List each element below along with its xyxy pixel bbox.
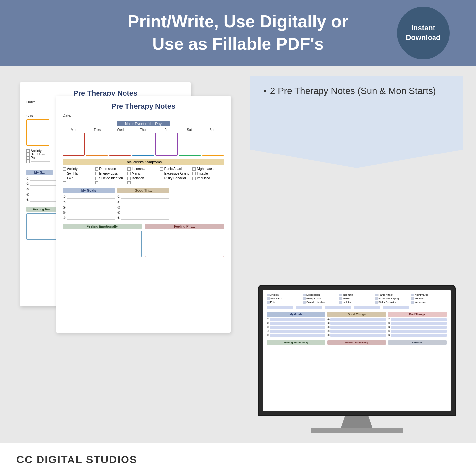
monitor: Anxiety Depression Insomnia Panic Attack… <box>258 285 456 433</box>
monitor-screen: Anxiety Depression Insomnia Panic Attack… <box>263 290 451 411</box>
monitor-screen-wrapper: Anxiety Depression Insomnia Panic Attack… <box>258 285 456 416</box>
symptom-energyloss: Energy Loss <box>95 172 127 175</box>
feeling-physically-box <box>145 231 224 257</box>
m-manic: Manic <box>339 297 375 300</box>
box-sun <box>202 133 224 156</box>
m-good-2: ② <box>327 322 386 325</box>
feeling-emotionally-box <box>63 231 142 257</box>
m-suicidal: Suicide Ideation <box>303 301 338 304</box>
symptoms-section: This Weeks Symptoms Anxiety Depression I… <box>63 159 224 184</box>
box-sat <box>179 133 201 156</box>
good-lines: ① ② ③ ④ ⑤ <box>117 195 169 220</box>
symptom-irritable: Irritable <box>192 172 224 175</box>
day-headers: Mon Tues Wed Thur Fri Sat Sun <box>63 128 224 132</box>
monitor-bad-section: Bad Things ① ② ③ ④ ⑤ <box>388 312 447 338</box>
good-5: ⑤ <box>117 216 169 220</box>
right-panel: • 2 Pre Therapy Notes (Sun & Mon Starts)… <box>250 76 463 433</box>
m-selfharm: Self Harm <box>267 297 302 300</box>
back-goals-label: My G... <box>26 170 53 175</box>
good-1: ① <box>117 195 169 199</box>
box-mon <box>63 133 85 156</box>
m-goal-2: ② <box>267 322 325 325</box>
sun-box <box>26 119 49 146</box>
symptom-suicidal: Suicide Ideation <box>95 176 127 180</box>
monitor-goals-label: My Goals <box>267 312 325 317</box>
m-good-3: ③ <box>327 326 386 329</box>
monitor-good-section: Good Things ① ② ③ ④ ⑤ <box>327 312 386 338</box>
m-bad-2: ② <box>388 322 447 325</box>
monitor-neck <box>337 416 377 428</box>
calendar-section: Major Event of the Day Mon Tues Wed Thur… <box>63 121 224 156</box>
symptom-manic: Manic <box>127 172 159 175</box>
m-anxiety: Anxiety <box>267 294 302 296</box>
feeling-physically-col: Feeling Phy... <box>145 224 224 257</box>
symptom-panic: Panic Attack <box>160 167 192 171</box>
m-nightmares: Nightmares <box>411 294 447 296</box>
monitor-goals-section: My Goals ① ② ③ ④ ⑤ <box>267 312 325 338</box>
extra-symptoms-row <box>63 181 224 184</box>
box-fri <box>155 133 178 156</box>
bullet-points-panel: • 2 Pre Therapy Notes (Sun & Mon Starts) <box>250 76 463 168</box>
extra-3 <box>127 181 159 184</box>
m-goal-3: ③ <box>267 326 325 329</box>
symptoms-title: This Weeks Symptoms <box>63 159 224 165</box>
goal-1: ① <box>63 195 115 199</box>
m-goal-4: ④ <box>267 330 325 333</box>
bullet-item-1: • 2 Pre Therapy Notes (Sun & Mon Starts) <box>264 86 450 96</box>
m-bad-3: ③ <box>388 326 447 329</box>
feeling-emotionally-col: Feeling Emotionally <box>63 224 142 257</box>
day-thur: Thur <box>132 128 155 132</box>
m-good-1: ① <box>327 318 386 321</box>
monitor-patterns: Patterns <box>388 340 447 345</box>
lower-section: My Goals ① ② ③ ④ ⑤ Good Thi... ① ② <box>63 188 224 220</box>
m-irritable: Irritable <box>411 297 447 300</box>
symptom-insomnia: Insomnia <box>127 167 159 171</box>
good-things-section: Good Thi... ① ② ③ ④ ⑤ <box>117 188 169 220</box>
m-isolation: Isolation <box>339 301 375 304</box>
monitor-bottom-labels: Feeling Emotionally Feeling Physically P… <box>267 340 447 346</box>
box-thu <box>132 133 154 156</box>
back-feeling-label: Feeling Em... <box>26 207 59 212</box>
brand-footer: CC DIGITAL STUDIOS <box>0 443 476 476</box>
goal-4: ④ <box>63 210 115 214</box>
goal-2: ② <box>63 200 115 204</box>
monitor-lower: My Goals ① ② ③ ④ ⑤ Good Things <box>267 312 447 338</box>
day-boxes <box>63 133 224 156</box>
monitor-symptoms-grid: Anxiety Depression Insomnia Panic Attack… <box>267 294 447 304</box>
day-tues: Tues <box>86 128 109 132</box>
day-sat: Sat <box>178 128 201 132</box>
feeling-emotionally-label: Feeling Emotionally <box>63 224 142 229</box>
monitor-bad-label: Bad Things <box>388 312 447 317</box>
header-title: Print/Write, Use Digitally or Use as Fil… <box>128 11 348 55</box>
papers-container: Pre Therapy Notes Date:___________ Sun A… <box>13 76 244 433</box>
good-3: ③ <box>117 205 169 209</box>
m-bad-1: ① <box>388 318 447 321</box>
m-good-5: ⑤ <box>327 334 386 337</box>
header-banner: Print/Write, Use Digitally or Use as Fil… <box>0 0 476 66</box>
monitor-screen-content: Anxiety Depression Insomnia Panic Attack… <box>263 290 451 350</box>
symptom-nightmares: Nightmares <box>192 167 224 171</box>
m-depression: Depression <box>303 294 338 296</box>
bullet-text-1: 2 Pre Therapy Notes (Sun & Mon Starts) <box>270 86 436 96</box>
extra-2 <box>95 181 127 184</box>
feeling-section: Feeling Emotionally Feeling Phy... <box>63 224 224 257</box>
major-event-label: Major Event of the Day <box>117 121 170 126</box>
bullet-dot-1: • <box>264 86 267 96</box>
empty-col <box>172 188 224 220</box>
good-2: ② <box>117 200 169 204</box>
m-panic: Panic Attack <box>375 294 410 296</box>
paper-front: Pre Therapy Notes Date:___________ Major… <box>56 96 231 333</box>
m-insomnia: Insomnia <box>339 294 375 296</box>
day-sun: Sun <box>201 128 224 132</box>
good-things-label: Good Thi... <box>117 188 169 193</box>
symptom-anxiety: Anxiety <box>63 167 94 171</box>
goal-5: ⑤ <box>63 216 115 220</box>
monitor-extra-row <box>267 306 447 309</box>
m-pain: Pain <box>267 301 302 304</box>
m-bad-4: ④ <box>388 330 447 333</box>
m-bad-5: ⑤ <box>388 334 447 337</box>
m-goal-1: ① <box>267 318 325 321</box>
symptom-selfharm: Self Harm <box>63 172 94 175</box>
box-wed <box>109 133 131 156</box>
symptom-risky: Risky Behavior <box>160 176 192 180</box>
